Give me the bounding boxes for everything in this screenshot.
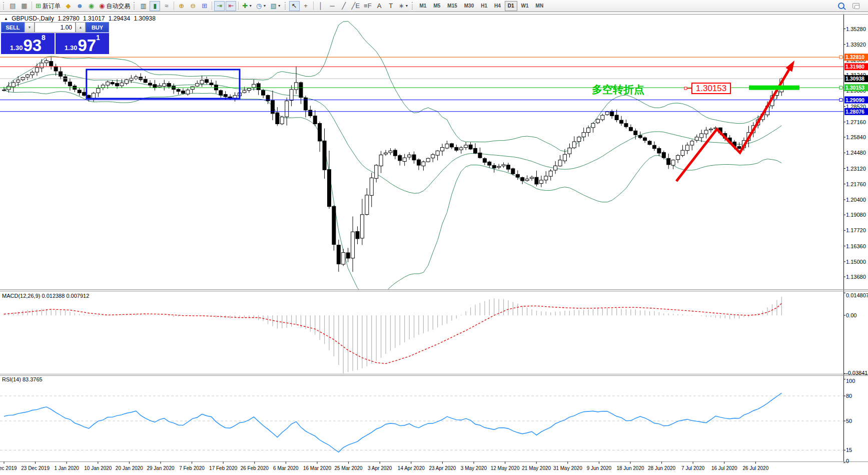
periods-icon[interactable]: ◷▼: [255, 1, 268, 11]
candle-bull: [459, 148, 463, 150]
periods-icon-dropdown[interactable]: ▼: [263, 4, 266, 8]
timeframe-m15[interactable]: M15: [444, 1, 460, 11]
candle-bear: [657, 149, 661, 153]
volume-decrease-button[interactable]: ▼: [25, 22, 35, 33]
autotrading-button: ◉: [99, 3, 105, 9]
price-chart[interactable]: 多空转折点1.301531.352801.339201.325601.31240…: [0, 12, 868, 475]
zoom-in-icon[interactable]: ⊕: [176, 1, 187, 11]
rsi-axis-tick: 80: [846, 393, 852, 399]
candle-bull: [426, 158, 430, 162]
candle-bull: [120, 83, 124, 86]
chart-background: [0, 12, 868, 475]
price-axis-tick: 1.20400: [846, 197, 866, 203]
bar-chart-icon[interactable]: ▥: [138, 1, 149, 11]
candle-bear: [643, 138, 647, 141]
macd-label: MACD(12,26,9) 0.012388 0.007912: [2, 293, 89, 299]
candle-bear: [262, 91, 265, 95]
candle-bull: [247, 88, 251, 90]
candle-bear: [492, 165, 496, 168]
candle-bull: [342, 252, 345, 264]
date-axis-label: 10 Jan 2020: [84, 465, 112, 471]
timeframe-h1[interactable]: H1: [478, 1, 490, 11]
symbol-dropdown-marker[interactable]: ▲: [4, 17, 8, 21]
candlestick-chart-icon: ▮: [153, 3, 157, 9]
chat-icon[interactable]: [850, 1, 861, 11]
candle-bull: [365, 195, 369, 215]
horizontal-line-icon: ─: [330, 3, 335, 9]
search-icon[interactable]: [836, 1, 846, 11]
vertical-line-icon: │: [319, 3, 323, 9]
chart-title-close: 1.30938: [134, 15, 156, 22]
volume-input[interactable]: [35, 22, 76, 33]
candle-bear: [224, 95, 227, 97]
date-axis-label: 12 May 2020: [491, 465, 520, 471]
chart-title-low: 1.29434: [109, 15, 130, 22]
autotrading-button[interactable]: ◉自动交易: [98, 1, 132, 11]
new-order-button[interactable]: ⊞新订单: [34, 1, 62, 11]
fibonacci-icon[interactable]: ≡F: [362, 1, 373, 11]
indicators-icon-dropdown[interactable]: ▼: [249, 4, 252, 8]
candle-bull: [525, 179, 529, 181]
candle-bull: [690, 141, 694, 145]
charts-list-icon[interactable]: ▤: [8, 1, 18, 11]
candle-bear: [648, 141, 651, 145]
text-icon[interactable]: A: [374, 1, 385, 11]
support-zone-bar[interactable]: [749, 86, 799, 90]
chart-shift-icon: ⇤: [228, 3, 234, 9]
line-chart-icon[interactable]: ≈: [161, 1, 172, 11]
candle-bear: [111, 83, 114, 84]
timeframe-m1[interactable]: M1: [416, 1, 429, 11]
timeframe-m30[interactable]: M30: [461, 1, 477, 11]
price-axis-tick: 1.19080: [846, 212, 866, 218]
date-axis-label: 21 May 2020: [522, 465, 551, 471]
candle-bear: [299, 83, 303, 98]
arrows-icon: ∗: [399, 3, 404, 9]
zoom-out-icon[interactable]: ⊖: [188, 1, 198, 11]
candlestick-chart-icon[interactable]: ▮: [150, 1, 160, 11]
timeframe-w1[interactable]: W1: [518, 1, 532, 11]
candle-bear: [412, 155, 416, 160]
buy-price[interactable]: 1.30 97 1: [56, 33, 109, 54]
chart-profiles-icon[interactable]: ▦: [19, 1, 30, 11]
timeframe-d1[interactable]: D1: [505, 1, 517, 11]
timeframe-m5[interactable]: M5: [430, 1, 443, 11]
buy-button[interactable]: BUY: [86, 22, 109, 33]
chart-shift-icon[interactable]: ⇤: [226, 1, 236, 11]
templates-icon-dropdown[interactable]: ▼: [278, 4, 281, 8]
horizontal-line-icon[interactable]: ─: [327, 1, 338, 11]
volume-increase-button[interactable]: ▲: [76, 22, 86, 33]
candle-bull: [554, 166, 557, 170]
text-label-icon[interactable]: T: [386, 1, 396, 11]
level-line-end-marker: [839, 99, 842, 102]
candle-bear: [483, 159, 486, 163]
candle-bull: [605, 112, 609, 115]
market-icon: ◆: [66, 3, 71, 9]
sell-button[interactable]: SELL: [1, 22, 25, 33]
equidistant-channel-icon[interactable]: ╱E: [350, 1, 362, 11]
candle-bear: [64, 77, 67, 81]
crosshair-icon[interactable]: +: [301, 1, 311, 11]
price-axis-tick: 1.24480: [846, 150, 866, 156]
tile-windows-icon[interactable]: ⊞: [199, 1, 210, 11]
autoscroll-icon[interactable]: ⇥: [214, 1, 225, 11]
timeframe-mn[interactable]: MN: [533, 1, 547, 11]
arrows-icon-dropdown[interactable]: ▼: [405, 4, 409, 8]
candle-bull: [101, 85, 105, 88]
date-axis-label: 23 Apr 2020: [429, 465, 456, 471]
cursor-icon[interactable]: ↖: [289, 1, 300, 11]
vertical-line-icon[interactable]: │: [316, 1, 326, 11]
candle-bull: [370, 178, 373, 195]
indicators-icon[interactable]: ✚▼: [241, 1, 254, 11]
timeframe-h4[interactable]: H4: [491, 1, 504, 11]
market-icon[interactable]: ◆: [63, 1, 74, 11]
arrows-icon[interactable]: ∗▼: [397, 1, 410, 11]
templates-icon[interactable]: ▧▼: [269, 1, 282, 11]
candle-bull: [3, 90, 6, 91]
signals-icon[interactable]: ◉: [86, 1, 97, 11]
trendline-icon[interactable]: ╱: [339, 1, 349, 11]
candle-bear: [521, 178, 524, 181]
candle-bull: [125, 80, 128, 83]
sell-price[interactable]: 1.30 93 8: [1, 33, 55, 54]
turn-point-annotation[interactable]: 多空转折点: [592, 84, 644, 96]
community-icon[interactable]: ☻: [75, 1, 85, 11]
